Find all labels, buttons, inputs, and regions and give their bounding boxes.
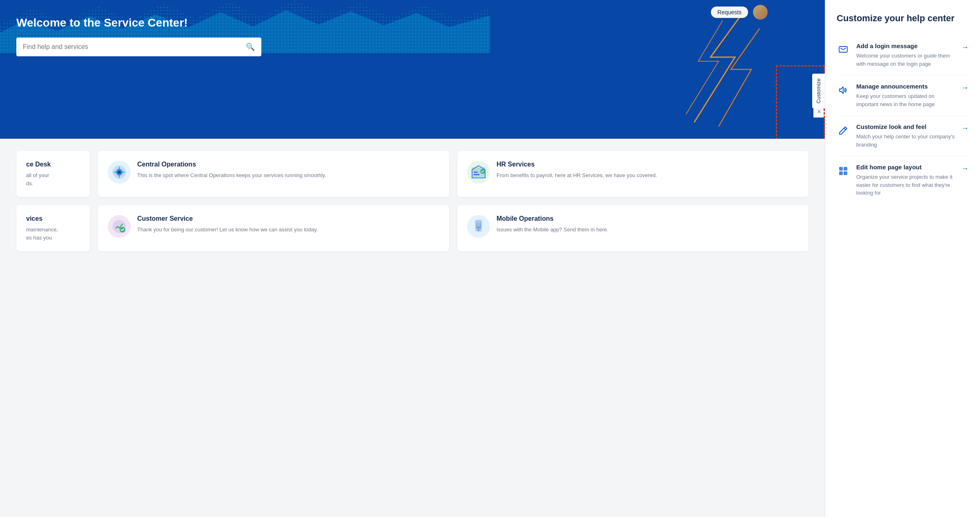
card-central-operations[interactable]: Central Operations This is the spot wher… [98,151,449,197]
search-input[interactable] [23,43,246,51]
login-message-icon [837,43,850,56]
svg-point-5 [118,171,121,174]
home-layout-content: Edit home page layout Organize your serv… [856,164,955,197]
it-services-desc: maintenance,es has you [26,226,80,242]
it-service-desk-desc: all of yourds. [26,171,80,187]
svg-point-15 [478,230,479,231]
top-navigation: Requests [711,5,768,20]
look-feel-content: Customize look and feel Match your help … [856,123,955,149]
sidebar-item-login-message[interactable]: Add a login message Welcome your custome… [837,35,969,75]
look-feel-title: Customize look and feel [856,123,955,130]
hr-services-content: HR Services From benefits to payroll, he… [497,161,657,180]
announcements-content: Manage announcements Keep your customers… [856,83,955,108]
sidebar-item-home-layout[interactable]: Edit home page layout Organize your serv… [837,156,969,204]
card-customer-service[interactable]: Customer Service Thank you for being our… [98,205,449,251]
login-message-title: Add a login message [856,42,955,49]
it-service-desk-title: ce Desk [26,161,80,168]
central-operations-title: Central Operations [137,161,326,168]
customer-service-content: Customer Service Thank you for being our… [137,215,318,234]
cards-row-2: vices maintenance,es has you Customer Se… [16,205,808,251]
announcements-icon [837,84,850,97]
sidebar-item-announcements[interactable]: Manage announcements Keep your customers… [837,75,969,116]
hr-services-icon [467,161,490,184]
login-message-arrow: → [961,43,969,52]
sidebar-title: Customize your help center [837,13,969,24]
card-it-services[interactable]: vices maintenance,es has you [16,205,90,251]
login-message-content: Add a login message Welcome your custome… [856,42,955,68]
customize-tab: Customize [812,73,825,110]
hero-title: Welcome to the Service Center! [16,16,808,29]
mobile-operations-icon [467,215,490,238]
svg-rect-16 [477,222,481,223]
card-mobile-operations[interactable]: Mobile Operations Issues with the Mobile… [457,205,808,251]
hr-services-title: HR Services [497,161,657,168]
search-icon: 🔍 [246,42,255,51]
it-services-title: vices [26,215,80,222]
avatar-image [753,5,768,20]
svg-rect-18 [477,225,480,226]
login-message-desc: Welcome your customers or guide them wit… [856,52,955,68]
card-hr-services[interactable]: HR Services From benefits to payroll, he… [457,151,808,197]
avatar[interactable] [753,5,768,20]
central-operations-desc: This is the spot where Central Operation… [137,171,326,180]
search-bar: 🔍 [16,38,261,56]
central-operations-content: Central Operations This is the spot wher… [137,161,326,180]
look-feel-arrow: → [961,124,969,133]
announcements-desc: Keep your customers updated on important… [856,92,955,108]
look-feel-icon [837,124,850,137]
announcements-title: Manage announcements [856,83,955,90]
home-layout-icon [837,164,850,178]
home-layout-desc: Organize your service projects to make i… [856,173,955,197]
svg-rect-21 [844,167,847,171]
mobile-operations-title: Mobile Operations [497,215,608,222]
right-sidebar: Customize your help center Add a login m… [825,0,980,517]
cards-area: ce Desk all of yourds. [0,139,825,517]
customer-service-desc: Thank you for being our customer! Let us… [137,226,318,234]
customer-service-icon [108,215,131,238]
svg-rect-22 [839,171,843,175]
home-layout-title: Edit home page layout [856,164,955,171]
mobile-operations-desc: Issues with the Mobile app? Send them in… [497,226,608,234]
look-feel-desc: Match your help center to your company's… [856,133,955,149]
svg-rect-17 [477,224,480,225]
hr-services-desc: From benefits to payroll, here at HR Ser… [497,171,657,180]
cards-row-1: ce Desk all of yourds. [16,151,808,197]
hero-section: Requests Welcome to the Service Center! … [0,0,825,139]
svg-rect-20 [839,167,843,171]
sidebar-item-look-feel[interactable]: Customize look and feel Match your help … [837,116,969,156]
announcements-arrow: → [961,84,969,92]
card-it-service-desk[interactable]: ce Desk all of yourds. [16,151,90,197]
main-content: Requests Welcome to the Service Center! … [0,0,825,517]
requests-button[interactable]: Requests [711,7,748,18]
svg-rect-23 [844,171,847,175]
customize-button[interactable]: Customize [812,73,825,108]
mobile-operations-content: Mobile Operations Issues with the Mobile… [497,215,608,234]
central-operations-icon [108,161,131,184]
home-layout-arrow: → [961,164,969,173]
customer-service-title: Customer Service [137,215,318,222]
